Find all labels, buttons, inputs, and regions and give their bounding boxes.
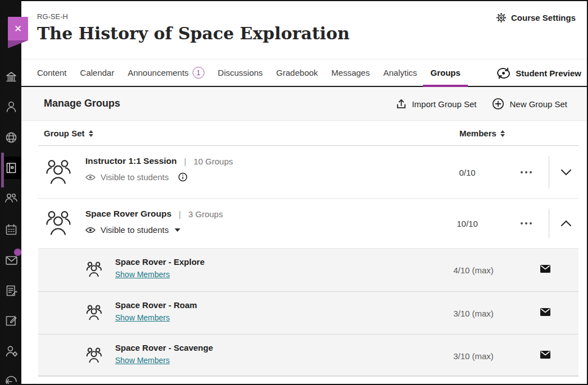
group-name: Space Rover - Roam	[115, 300, 197, 310]
calendar-icon[interactable]	[1, 218, 21, 241]
group-row: Space Rover - Roam Show Members 3/10 (ma…	[38, 291, 578, 334]
import-group-set-button[interactable]: Import Group Set	[396, 99, 476, 109]
tab-groups[interactable]: Groups	[430, 59, 460, 86]
eye-icon	[85, 227, 95, 233]
tab-calendar[interactable]: Calendar	[80, 59, 115, 86]
group-set-icon	[46, 158, 71, 187]
global-nav-sidebar	[1, 1, 21, 384]
group-name: Space Rover - Scavenge	[115, 343, 213, 352]
app-window: ✕ RG-SE-H The History of Space Explorati…	[0, 0, 588, 385]
upload-icon	[396, 99, 407, 109]
expanded-groups-panel: Space Rover - Explore Show Members 4/10 …	[38, 248, 578, 377]
journal-icon[interactable]	[1, 157, 21, 179]
collapse-row-button[interactable]	[555, 217, 577, 230]
eye-icon	[85, 174, 95, 181]
group-set-name: Instructor 1:1 Session	[85, 156, 177, 166]
sort-group-set-header[interactable]: Group Set	[44, 129, 93, 138]
group-members-count: 4/10 (max)	[440, 265, 507, 275]
plus-circle-icon	[492, 98, 504, 110]
show-members-link[interactable]: Show Members	[115, 356, 170, 365]
group-row: Space Rover - Explore Show Members 4/10 …	[38, 249, 578, 291]
info-icon[interactable]	[178, 172, 188, 182]
message-group-button[interactable]	[540, 351, 550, 361]
student-preview-button[interactable]: Student Preview	[496, 59, 581, 86]
arrow-left-icon[interactable]	[1, 370, 21, 384]
group-icon	[86, 346, 102, 365]
show-members-link[interactable]: Show Members	[115, 270, 170, 279]
group-name: Space Rover - Explore	[115, 257, 204, 267]
group-icon	[86, 304, 102, 322]
gear-icon	[496, 12, 507, 23]
document-pencil-icon[interactable]	[1, 279, 21, 302]
course-tab-bar: Content Calendar Announcements 1 Discuss…	[21, 59, 588, 87]
expand-row-button[interactable]	[555, 166, 577, 179]
divider	[549, 209, 549, 238]
manage-groups-bar: Manage Groups Import Group Set New Group…	[21, 87, 588, 121]
main-panel: RG-SE-H The History of Space Exploration…	[21, 1, 588, 384]
tab-analytics[interactable]: Analytics	[383, 59, 417, 86]
tab-content[interactable]: Content	[37, 59, 67, 86]
message-group-button[interactable]	[540, 308, 550, 318]
sort-icon	[500, 130, 505, 137]
person-icon[interactable]	[1, 95, 21, 118]
caret-down-icon	[175, 228, 180, 232]
page-title: The History of Space Exploration	[37, 24, 350, 43]
visibility-control[interactable]: Visible to students	[85, 172, 233, 182]
messages-badge	[13, 248, 21, 256]
tab-discussions[interactable]: Discussions	[218, 59, 263, 86]
student-preview-label: Student Preview	[516, 68, 581, 78]
tab-messages[interactable]: Messages	[331, 59, 370, 86]
course-settings-button[interactable]: Course Settings	[496, 12, 576, 23]
chevron-up-icon	[560, 220, 572, 227]
members-count: 0/10	[439, 168, 495, 177]
student-preview-icon	[496, 67, 510, 79]
course-header: RG-SE-H The History of Space Exploration…	[21, 1, 588, 58]
group-set-icon	[46, 209, 71, 238]
group-members-count: 3/10 (max)	[440, 351, 507, 360]
sort-icon	[89, 130, 93, 137]
group-row: Space Rover - Scavenge Show Members 3/10…	[38, 334, 578, 377]
sort-members-header[interactable]: Members	[459, 129, 505, 138]
message-group-button[interactable]	[540, 265, 550, 275]
group-icon	[86, 261, 102, 279]
people-icon[interactable]	[1, 187, 21, 210]
course-id: RG-SE-H	[37, 12, 68, 21]
group-set-row: Space Rover Groups | 3 Groups Visible to…	[21, 199, 588, 248]
groups-table-header: Group Set Members	[21, 121, 588, 146]
bank-icon[interactable]	[1, 66, 21, 88]
show-members-link[interactable]: Show Members	[115, 313, 170, 322]
group-count: 3 Groups	[188, 209, 223, 219]
tab-announcements[interactable]: Announcements 1	[127, 59, 204, 86]
group-count: 10 Groups	[194, 157, 233, 166]
group-members-count: 3/10 (max)	[440, 308, 507, 318]
tab-gradebook[interactable]: Gradebook	[276, 59, 318, 86]
new-group-set-label: New Group Set	[509, 99, 567, 109]
visibility-dropdown[interactable]: Visible to students	[85, 225, 223, 235]
members-column-label: Members	[459, 129, 496, 138]
row-menu-button[interactable]	[516, 168, 537, 177]
announcements-count-badge: 1	[193, 67, 204, 79]
person-gear-icon[interactable]	[1, 340, 21, 362]
group-set-row: Instructor 1:1 Session | 10 Groups Visib…	[21, 146, 588, 199]
import-group-set-label: Import Group Set	[412, 99, 476, 109]
close-course-button[interactable]: ✕	[8, 17, 28, 40]
members-count: 10/10	[439, 219, 495, 228]
divider	[549, 156, 549, 189]
row-menu-button[interactable]	[516, 219, 537, 228]
section-title: Manage Groups	[44, 98, 120, 109]
active-nav-indicator	[1, 153, 4, 187]
course-settings-label: Course Settings	[511, 13, 576, 22]
visibility-label: Visible to students	[101, 172, 168, 182]
chevron-down-icon	[560, 169, 572, 176]
globe-icon[interactable]	[1, 126, 21, 149]
square-pencil-icon[interactable]	[1, 309, 21, 332]
new-group-set-button[interactable]: New Group Set	[492, 98, 567, 110]
group-set-name: Space Rover Groups	[85, 209, 171, 219]
close-icon: ✕	[14, 23, 22, 35]
group-set-column-label: Group Set	[44, 129, 85, 138]
visibility-label: Visible to students	[101, 225, 168, 235]
